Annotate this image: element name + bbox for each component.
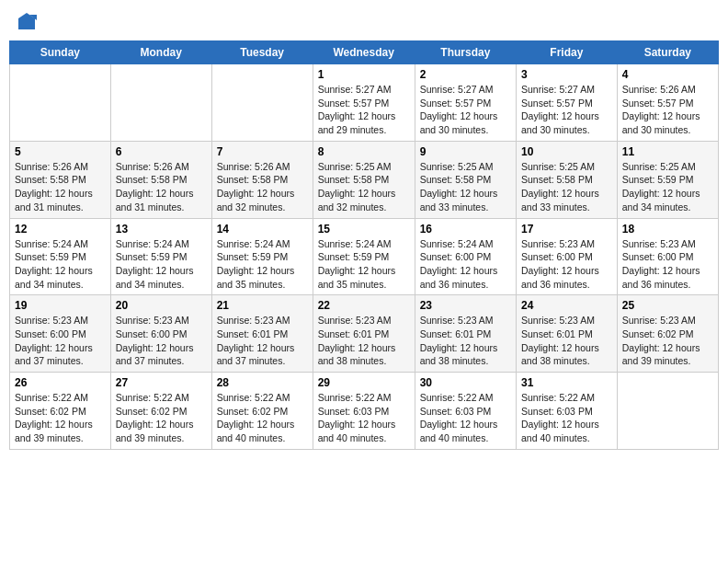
- calendar-cell: 24Sunrise: 5:23 AM Sunset: 6:01 PM Dayli…: [517, 295, 618, 373]
- day-number: 11: [622, 145, 713, 158]
- weekday-header-wednesday: Wednesday: [313, 41, 415, 64]
- day-detail: Sunrise: 5:27 AM Sunset: 5:57 PM Dayligh…: [420, 83, 511, 137]
- day-detail: Sunrise: 5:25 AM Sunset: 5:58 PM Dayligh…: [420, 160, 511, 214]
- day-number: 3: [521, 68, 612, 81]
- day-detail: Sunrise: 5:26 AM Sunset: 5:58 PM Dayligh…: [15, 160, 106, 214]
- day-number: 8: [318, 145, 410, 158]
- calendar-cell: 11Sunrise: 5:25 AM Sunset: 5:59 PM Dayli…: [617, 141, 718, 218]
- day-number: 18: [622, 223, 713, 236]
- calendar-body: 1Sunrise: 5:27 AM Sunset: 5:57 PM Daylig…: [10, 64, 719, 450]
- day-number: 21: [217, 299, 308, 312]
- day-number: 4: [622, 68, 713, 81]
- day-number: 27: [116, 376, 207, 389]
- day-number: 17: [521, 223, 612, 236]
- header: [9, 9, 719, 35]
- calendar-cell: 22Sunrise: 5:23 AM Sunset: 6:01 PM Dayli…: [313, 295, 415, 373]
- weekday-header-thursday: Thursday: [415, 41, 516, 64]
- calendar-cell: 26Sunrise: 5:22 AM Sunset: 6:02 PM Dayli…: [10, 373, 111, 450]
- day-detail: Sunrise: 5:24 AM Sunset: 6:00 PM Dayligh…: [420, 237, 511, 292]
- calendar-cell: 30Sunrise: 5:22 AM Sunset: 6:03 PM Dayli…: [415, 373, 516, 450]
- day-detail: Sunrise: 5:26 AM Sunset: 5:58 PM Dayligh…: [217, 160, 308, 214]
- weekday-header-tuesday: Tuesday: [211, 41, 313, 64]
- day-number: 26: [15, 376, 106, 389]
- day-detail: Sunrise: 5:25 AM Sunset: 5:58 PM Dayligh…: [521, 160, 612, 214]
- weekday-header: SundayMondayTuesdayWednesdayThursdayFrid…: [10, 41, 719, 64]
- day-number: 22: [318, 299, 410, 312]
- weekday-header-monday: Monday: [110, 41, 211, 64]
- day-detail: Sunrise: 5:25 AM Sunset: 5:59 PM Dayligh…: [622, 160, 713, 214]
- calendar-cell: 31Sunrise: 5:22 AM Sunset: 6:03 PM Dayli…: [517, 373, 618, 450]
- calendar-cell: 21Sunrise: 5:23 AM Sunset: 6:01 PM Dayli…: [211, 295, 313, 373]
- day-detail: Sunrise: 5:24 AM Sunset: 5:59 PM Dayligh…: [15, 237, 106, 292]
- calendar-cell: 5Sunrise: 5:26 AM Sunset: 5:58 PM Daylig…: [10, 141, 111, 218]
- day-detail: Sunrise: 5:23 AM Sunset: 6:01 PM Dayligh…: [217, 314, 308, 368]
- calendar-cell: 29Sunrise: 5:22 AM Sunset: 6:03 PM Dayli…: [313, 373, 415, 450]
- calendar-cell: 19Sunrise: 5:23 AM Sunset: 6:00 PM Dayli…: [10, 295, 111, 373]
- day-detail: Sunrise: 5:23 AM Sunset: 6:00 PM Dayligh…: [622, 237, 713, 292]
- calendar-week-2: 5Sunrise: 5:26 AM Sunset: 5:58 PM Daylig…: [10, 141, 719, 218]
- day-number: 23: [420, 299, 511, 312]
- calendar-cell: 12Sunrise: 5:24 AM Sunset: 5:59 PM Dayli…: [10, 218, 111, 295]
- calendar-cell: 10Sunrise: 5:25 AM Sunset: 5:58 PM Dayli…: [517, 141, 618, 218]
- day-number: 28: [217, 376, 308, 389]
- day-number: 1: [318, 68, 410, 81]
- day-detail: Sunrise: 5:24 AM Sunset: 5:59 PM Dayligh…: [116, 237, 207, 292]
- day-detail: Sunrise: 5:23 AM Sunset: 6:00 PM Dayligh…: [521, 237, 612, 292]
- weekday-header-friday: Friday: [517, 41, 618, 64]
- day-number: 2: [420, 68, 511, 81]
- calendar-cell: [10, 64, 111, 142]
- day-detail: Sunrise: 5:26 AM Sunset: 5:57 PM Dayligh…: [622, 83, 713, 137]
- day-number: 20: [116, 299, 207, 312]
- calendar-week-3: 12Sunrise: 5:24 AM Sunset: 5:59 PM Dayli…: [10, 218, 719, 295]
- weekday-header-saturday: Saturday: [617, 41, 718, 64]
- day-detail: Sunrise: 5:22 AM Sunset: 6:03 PM Dayligh…: [318, 391, 410, 445]
- calendar-cell: 25Sunrise: 5:23 AM Sunset: 6:02 PM Dayli…: [617, 295, 718, 373]
- day-detail: Sunrise: 5:23 AM Sunset: 6:01 PM Dayligh…: [420, 314, 511, 368]
- day-detail: Sunrise: 5:23 AM Sunset: 6:02 PM Dayligh…: [622, 314, 713, 368]
- calendar-cell: 4Sunrise: 5:26 AM Sunset: 5:57 PM Daylig…: [617, 64, 718, 142]
- day-detail: Sunrise: 5:22 AM Sunset: 6:02 PM Dayligh…: [15, 391, 106, 445]
- day-number: 31: [521, 376, 612, 389]
- calendar-cell: [211, 64, 313, 142]
- day-detail: Sunrise: 5:27 AM Sunset: 5:57 PM Dayligh…: [318, 83, 410, 137]
- day-number: 24: [521, 299, 612, 312]
- day-number: 13: [116, 223, 207, 236]
- day-detail: Sunrise: 5:23 AM Sunset: 6:01 PM Dayligh…: [521, 314, 612, 368]
- calendar-cell: 14Sunrise: 5:24 AM Sunset: 5:59 PM Dayli…: [211, 218, 313, 295]
- day-detail: Sunrise: 5:27 AM Sunset: 5:57 PM Dayligh…: [521, 83, 612, 137]
- calendar-cell: 3Sunrise: 5:27 AM Sunset: 5:57 PM Daylig…: [517, 64, 618, 142]
- logo-icon: [17, 11, 37, 31]
- calendar-cell: 9Sunrise: 5:25 AM Sunset: 5:58 PM Daylig…: [415, 141, 516, 218]
- calendar-cell: 2Sunrise: 5:27 AM Sunset: 5:57 PM Daylig…: [415, 64, 516, 142]
- calendar-cell: 15Sunrise: 5:24 AM Sunset: 5:59 PM Dayli…: [313, 218, 415, 295]
- day-number: 9: [420, 145, 511, 158]
- logo: [15, 13, 37, 31]
- day-number: 12: [15, 223, 106, 236]
- day-detail: Sunrise: 5:23 AM Sunset: 6:00 PM Dayligh…: [15, 314, 106, 368]
- weekday-header-sunday: Sunday: [10, 41, 111, 64]
- day-number: 7: [217, 145, 308, 158]
- day-detail: Sunrise: 5:24 AM Sunset: 5:59 PM Dayligh…: [318, 237, 410, 292]
- day-number: 6: [116, 145, 207, 158]
- day-detail: Sunrise: 5:22 AM Sunset: 6:02 PM Dayligh…: [217, 391, 308, 445]
- day-number: 15: [318, 223, 410, 236]
- calendar-cell: 23Sunrise: 5:23 AM Sunset: 6:01 PM Dayli…: [415, 295, 516, 373]
- day-number: 25: [622, 299, 713, 312]
- calendar-cell: 17Sunrise: 5:23 AM Sunset: 6:00 PM Dayli…: [517, 218, 618, 295]
- day-number: 30: [420, 376, 511, 389]
- calendar-cell: 18Sunrise: 5:23 AM Sunset: 6:00 PM Dayli…: [617, 218, 718, 295]
- calendar-cell: 8Sunrise: 5:25 AM Sunset: 5:58 PM Daylig…: [313, 141, 415, 218]
- calendar-cell: [617, 373, 718, 450]
- day-number: 14: [217, 223, 308, 236]
- day-number: 16: [420, 223, 511, 236]
- calendar-cell: 1Sunrise: 5:27 AM Sunset: 5:57 PM Daylig…: [313, 64, 415, 142]
- calendar-cell: 28Sunrise: 5:22 AM Sunset: 6:02 PM Dayli…: [211, 373, 313, 450]
- calendar-cell: 13Sunrise: 5:24 AM Sunset: 5:59 PM Dayli…: [110, 218, 211, 295]
- day-detail: Sunrise: 5:23 AM Sunset: 6:01 PM Dayligh…: [318, 314, 410, 368]
- day-detail: Sunrise: 5:22 AM Sunset: 6:03 PM Dayligh…: [521, 391, 612, 445]
- calendar-cell: 6Sunrise: 5:26 AM Sunset: 5:58 PM Daylig…: [110, 141, 211, 218]
- calendar-cell: [110, 64, 211, 142]
- calendar-cell: 16Sunrise: 5:24 AM Sunset: 6:00 PM Dayli…: [415, 218, 516, 295]
- day-detail: Sunrise: 5:25 AM Sunset: 5:58 PM Dayligh…: [318, 160, 410, 214]
- day-detail: Sunrise: 5:26 AM Sunset: 5:58 PM Dayligh…: [116, 160, 207, 214]
